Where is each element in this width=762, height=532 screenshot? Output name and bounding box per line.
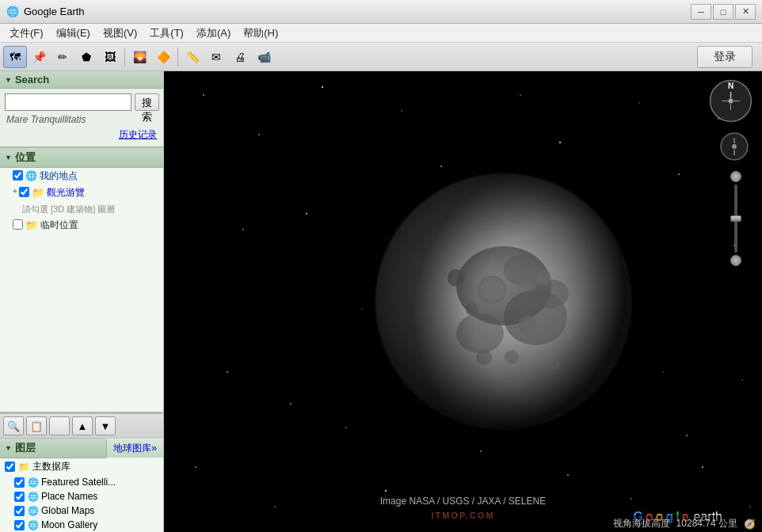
- menubar: 文件(F) 编辑(E) 视图(V) 工具(T) 添加(A) 帮助(H): [0, 24, 762, 43]
- places-my-places[interactable]: 🌐 我的地点: [0, 168, 163, 184]
- svg-point-21: [480, 450, 482, 452]
- search-panel-label: Search: [15, 74, 49, 86]
- app-icon: 🌐: [6, 6, 19, 18]
- search-panel: ▼ Search 搜索 Mare Tranquillitatis 历史记录: [0, 71, 163, 148]
- svg-point-8: [678, 173, 680, 175]
- zoom-track[interactable]: [734, 184, 737, 253]
- menu-edit[interactable]: 编辑(E): [50, 25, 97, 42]
- toolbar-sep2: [177, 48, 178, 66]
- tilt-control[interactable]: [719, 131, 749, 162]
- global-maps-label: Global Maps: [41, 505, 94, 516]
- menu-add[interactable]: 添加(A): [190, 25, 237, 42]
- places-sightseeing[interactable]: + 📁 觀光游覽: [0, 184, 163, 202]
- menu-tools[interactable]: 工具(T): [143, 25, 190, 42]
- svg-point-32: [749, 506, 751, 507]
- toolbar-sky-btn[interactable]: 🔶: [151, 46, 175, 68]
- search-panel-header[interactable]: ▼ Search: [0, 71, 163, 89]
- maximize-button[interactable]: □: [713, 4, 733, 20]
- global-maps-checkbox[interactable]: [14, 506, 25, 516]
- moon-gallery-checkbox[interactable]: [14, 520, 25, 530]
- menu-help[interactable]: 帮助(H): [237, 25, 284, 42]
- svg-point-3: [401, 110, 402, 112]
- blank-btn[interactable]: [49, 416, 70, 435]
- search-input[interactable]: [5, 93, 131, 111]
- places-temp[interactable]: 📁 临时位置: [0, 217, 163, 234]
- place-names-icon: 🌐: [28, 492, 39, 502]
- toolbar-sun-btn[interactable]: 🌄: [128, 46, 151, 68]
- svg-point-24: [741, 379, 743, 381]
- svg-point-55: [729, 99, 733, 104]
- globe-library-button[interactable]: 地球图库»: [106, 439, 163, 458]
- layer-moon-gallery[interactable]: 🌐 Moon Gallery: [0, 518, 163, 532]
- sightseeing-checkbox[interactable]: [19, 187, 29, 197]
- toolbar-record-btn[interactable]: 📹: [252, 46, 276, 68]
- map-area[interactable]: N Image NASA /: [164, 71, 762, 532]
- layer-global-maps[interactable]: 🌐 Global Maps: [0, 504, 163, 518]
- menu-view[interactable]: 视图(V): [97, 25, 143, 42]
- main-db-folder-icon: 📁: [18, 462, 30, 473]
- toolbar-overlay-btn[interactable]: 🖼: [98, 46, 122, 68]
- my-places-checkbox[interactable]: [13, 170, 23, 180]
- layers-header-label[interactable]: ▼ 图层: [0, 439, 106, 458]
- move-up-btn[interactable]: ▲: [72, 416, 93, 435]
- toolbar-path-btn[interactable]: ✏: [51, 46, 74, 68]
- temp-folder-icon: 📁: [25, 218, 38, 233]
- moon-svg: [369, 167, 638, 436]
- statusbar: 视角海拔高度 10284.74 公里 🧭: [607, 515, 762, 532]
- svg-point-10: [242, 229, 244, 230]
- sightseeing-folder-icon: 📁: [32, 186, 44, 200]
- svg-text:N: N: [728, 82, 733, 90]
- main-db-label: 主数据库: [32, 460, 70, 473]
- menu-file[interactable]: 文件(F): [3, 25, 50, 42]
- svg-point-16: [662, 371, 664, 373]
- zoom-plus-btn[interactable]: [730, 171, 741, 182]
- places-triangle-icon: ▼: [5, 154, 12, 162]
- layer-featured-satellite[interactable]: 🌐 Featured Satelli...: [0, 475, 163, 489]
- layer-main-db[interactable]: 📁 主数据库: [0, 458, 163, 475]
- moon-gallery-label: Moon Gallery: [41, 519, 97, 530]
- moon-display: [369, 167, 638, 436]
- place-names-checkbox[interactable]: [14, 492, 25, 502]
- toolbar-polygon-btn[interactable]: ⬟: [74, 46, 98, 68]
- zoom-to-btn[interactable]: 🔍: [3, 416, 24, 435]
- sightseeing-expander-icon[interactable]: +: [13, 186, 17, 197]
- main-db-checkbox[interactable]: [5, 462, 15, 472]
- zoom-thumb[interactable]: [730, 215, 741, 222]
- places-panel-header[interactable]: ▼ 位置: [0, 148, 163, 168]
- sidebar: ▼ Search 搜索 Mare Tranquillitatis 历史记录 ▼ …: [0, 71, 164, 532]
- svg-point-25: [195, 466, 196, 468]
- svg-point-6: [559, 142, 561, 143]
- temp-checkbox[interactable]: [13, 219, 23, 230]
- toolbar-map-btn[interactable]: 🗺: [3, 46, 27, 68]
- move-down-btn[interactable]: ▼: [95, 416, 116, 435]
- map-attribution: Image NASA / USGS / JAXA / SELENE: [380, 496, 546, 507]
- svg-point-29: [567, 474, 569, 476]
- toolbar-email-btn[interactable]: ✉: [204, 46, 228, 68]
- global-maps-icon: 🌐: [28, 506, 39, 516]
- svg-point-26: [274, 506, 276, 507]
- toolbar: 🗺 📌 ✏ ⬟ 🖼 🌄 🔶 📏 ✉ 🖨 📹 登录: [0, 43, 762, 71]
- layer-place-names[interactable]: 🌐 Place Names: [0, 489, 163, 504]
- minimize-button[interactable]: ─: [691, 4, 711, 20]
- moon-gallery-icon: 🌐: [28, 520, 39, 530]
- toolbar-sep1: [124, 48, 125, 66]
- zoom-slider[interactable]: [730, 171, 742, 266]
- temp-label: 临时位置: [40, 218, 78, 232]
- search-button[interactable]: 搜索: [135, 93, 159, 111]
- login-button[interactable]: 登录: [697, 46, 752, 68]
- svg-point-27: [385, 490, 387, 492]
- show-places-btn[interactable]: 📋: [26, 416, 47, 435]
- toolbar-placemark-btn[interactable]: 📌: [27, 46, 51, 68]
- svg-point-51: [375, 173, 633, 431]
- bottom-toolbar: 🔍 📋 ▲ ▼: [0, 413, 163, 439]
- compass-svg: N: [709, 79, 752, 123]
- history-link[interactable]: 历史记录: [0, 127, 163, 143]
- search-triangle-icon: ▼: [5, 76, 12, 84]
- zoom-minus-btn[interactable]: [730, 255, 741, 266]
- toolbar-ruler-btn[interactable]: 📏: [181, 46, 204, 68]
- layers-panel: ▼ 图层 地球图库» 📁 主数据库 🌐 Featured Satelli... …: [0, 439, 163, 532]
- close-button[interactable]: ✕: [735, 4, 756, 20]
- featured-sat-checkbox[interactable]: [14, 477, 25, 488]
- compass-control[interactable]: N: [709, 79, 752, 123]
- toolbar-print-btn[interactable]: 🖨: [228, 46, 252, 68]
